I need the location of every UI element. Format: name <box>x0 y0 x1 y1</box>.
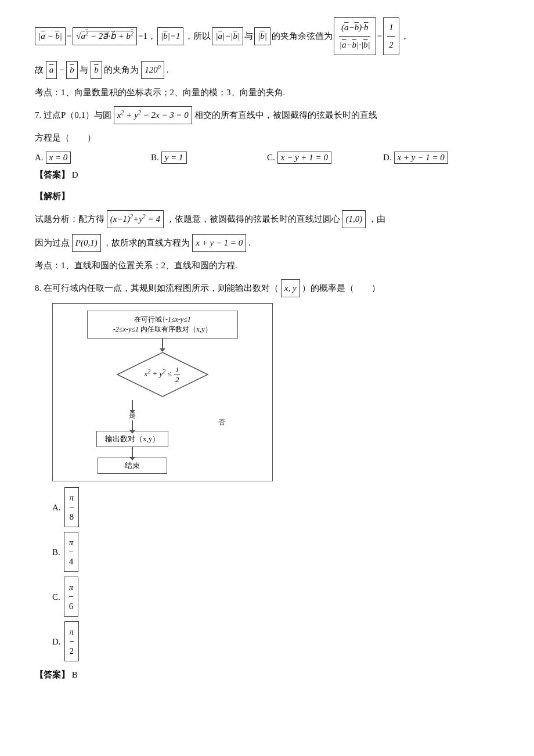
fc-branch-row: 是 输出数对（x,y） 结束 否 <box>70 400 255 474</box>
q7-answer-label: 【答案】 <box>35 170 70 179</box>
q8-opt-b-frac: π 4 <box>64 532 79 572</box>
fc-arrow-yes <box>132 400 133 411</box>
abs-b: |b|=1 <box>157 27 183 45</box>
abs-b2: |b| <box>254 27 270 45</box>
flowchart: 在可行域{-1≤x-y≤1-2≤x-y≤1 内任取有序数对（x,y） x2 + … <box>52 303 273 481</box>
fc-diamond: x2 + y2 ≤ 12 <box>116 351 209 398</box>
fc-no-branch: 否 <box>215 417 229 427</box>
q7-analysis-text: 试题分析：配方得 (x−1)2+y2 = 4 ，依题意，被圆截得的弦最长时的直线… <box>35 210 499 228</box>
q7-point: P(0,1) <box>72 234 101 252</box>
q7-analysis-label-section: 【解析】 <box>35 189 499 204</box>
q8-xy: x, y <box>281 279 300 297</box>
q7-option-b: B. y = 1 <box>151 152 267 164</box>
q7-opt-d-box: x + y − 1 = 0 <box>394 152 448 164</box>
kaodian-1: 考点：1、向量数量积的坐标表示；2、向量的模；3、向量的夹角. <box>35 85 499 100</box>
q7-circle-eq: x2 + y2 − 2x − 3 = 0 <box>114 106 192 124</box>
q7-opt-a-box: x = 0 <box>46 152 71 164</box>
q8-options: A. π 8 B. π 4 C. π 6 D. π 2 <box>35 487 499 661</box>
fc-arrow-yes2 <box>132 420 133 431</box>
q7-options-row: A. x = 0 B. y = 1 C. x − y + 1 = 0 D. x … <box>35 152 499 164</box>
abs-expr: |a − b| <box>35 27 66 45</box>
q7-analysis-text2: 因为过点 P(0,1) ，故所求的直线方程为 x + y − 1 = 0 . <box>35 234 499 252</box>
question-7-cont: 方程是（ ） <box>35 130 499 146</box>
q7-factored: (x−1)2+y2 = 4 <box>107 210 164 228</box>
fc-box1: 在可行域{-1≤x-y≤1-2≤x-y≤1 内任取有序数对（x,y） <box>87 311 238 339</box>
q7-opt-c-box: x − y + 1 = 0 <box>277 152 331 164</box>
cosine-frac: (a−b)·b |a−b|·|b| <box>334 17 376 55</box>
top-formula-section: |a − b| = √a2 − 2a⃗·b⃗ + b2 =1， |b|=1 ，所… <box>35 17 499 55</box>
question-7: 7. 过点P（0,1）与圆 x2 + y2 − 2x − 3 = 0 相交的所有… <box>35 106 499 124</box>
sqrt-expr: √a2 − 2a⃗·b⃗ + b2 <box>73 27 137 45</box>
abs-a-b: |a|−|b| <box>212 27 243 45</box>
fc-yes-branch: 是 输出数对（x,y） 结束 <box>96 400 168 474</box>
q8-option-d: D. π 2 <box>52 621 499 661</box>
formula-line-1: |a − b| = √a2 − 2a⃗·b⃗ + b2 =1， |b|=1 ，所… <box>35 17 499 55</box>
vec-b-box2: b <box>91 61 102 79</box>
kaodian-1-text: 考点：1、向量数量积的坐标表示；2、向量的模；3、向量的夹角. <box>35 88 285 97</box>
q8-answer-section: 【答案】 B <box>35 667 499 683</box>
q8-option-b: B. π 4 <box>52 532 499 572</box>
q8-opt-a-frac: π 8 <box>64 487 80 527</box>
kaodian-2: 考点：1、直线和圆的位置关系；2、直线和圆的方程. <box>35 258 499 273</box>
q7-opt-b-box: y = 1 <box>161 152 187 164</box>
q7-option-c: C. x − y + 1 = 0 <box>267 152 383 164</box>
q7-line-eq: x + y − 1 = 0 <box>192 234 246 252</box>
q8-option-a: A. π 8 <box>52 487 499 527</box>
angle-value: 1200 <box>141 61 164 79</box>
fc-condition-text: x2 + y2 ≤ 12 <box>145 365 181 384</box>
q8-opt-c-frac: π 6 <box>64 577 79 617</box>
angle-result-section: 故 a − b 与 b 的夹角为 1200 . <box>35 61 499 79</box>
q8-opt-d-frac: π 2 <box>64 621 80 661</box>
value-frac: 1 2 <box>383 17 399 55</box>
q8-option-c: C. π 6 <box>52 577 499 617</box>
q7-option-a: A. x = 0 <box>35 152 151 164</box>
fc-arrow-1 <box>162 339 163 349</box>
q7-option-d: D. x + y − 1 = 0 <box>383 152 499 164</box>
question-8: 8. 在可行域内任取一点，其规则如流程图所示，则能输出数对（ x, y ）的概率… <box>35 279 499 297</box>
q8-answer-label: 【答案】 <box>35 670 70 679</box>
kaodian-2-text: 考点：1、直线和圆的位置关系；2、直线和圆的方程. <box>35 261 237 270</box>
fc-arrow-end <box>132 447 133 458</box>
q7-answer-value: D <box>72 170 78 179</box>
q7-analysis-label: 【解析】 <box>35 192 70 201</box>
vec-a-box: a <box>46 61 57 79</box>
fc-no-label: 否 <box>218 417 225 427</box>
vec-b-box: b <box>66 61 78 79</box>
q7-center: (1,0) <box>342 210 366 228</box>
q7-answer-section: 【答案】 D <box>35 167 499 183</box>
q8-answer-value: B <box>72 670 78 679</box>
